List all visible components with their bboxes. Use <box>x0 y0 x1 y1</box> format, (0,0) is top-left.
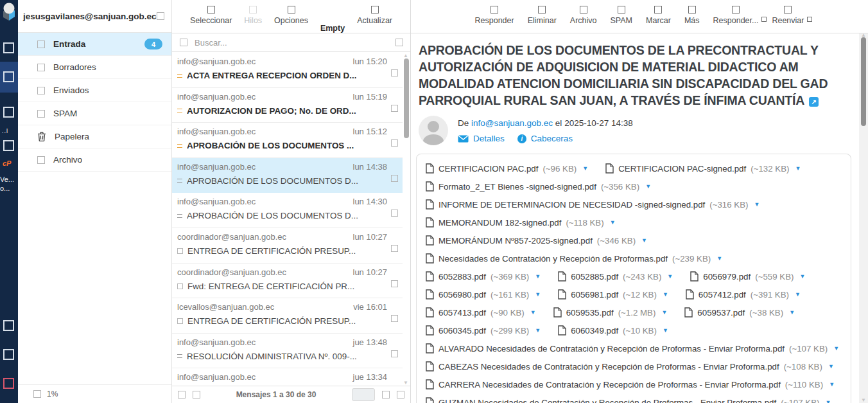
open-in-new-window-icon[interactable]: ↗ <box>809 97 819 107</box>
attachment-item[interactable]: Formato_2_ET Bienes -signed-signed.pdf (… <box>426 181 651 192</box>
attachment-item[interactable]: CABEZAS Necesidades de Contratación y Re… <box>426 361 834 372</box>
attachment-item[interactable]: 6059537.pdf (~38 KB) ▼ <box>684 307 795 318</box>
toolbar-button-seleccionar[interactable]: Seleccionar <box>190 4 232 33</box>
folder-borradores[interactable]: Borradores <box>18 56 171 79</box>
scroll-up-icon[interactable]: ▲ <box>403 53 408 58</box>
attachment-menu-caret-icon[interactable]: ▼ <box>640 237 647 244</box>
taskbar-icon-5[interactable] <box>3 349 14 360</box>
folder-archivo[interactable]: Archivo <box>18 148 171 172</box>
prev-page-icon[interactable] <box>382 391 390 399</box>
taskbar-icon-1[interactable] <box>3 42 14 53</box>
taskbar-icon-3[interactable] <box>3 140 14 151</box>
message-row[interactable]: coordinador@sanjuan.gob.ec lun 10:27 ENT… <box>172 228 403 264</box>
attachment-menu-caret-icon[interactable]: ▼ <box>660 309 667 316</box>
folder-papelera[interactable]: Papelera <box>18 125 171 148</box>
attachment-item[interactable]: ALVARADO Necesidades de Contratación y R… <box>426 343 839 354</box>
attachment-item[interactable]: GUZMAN Necesidades de Contratación y Rec… <box>426 397 831 403</box>
scroll-down-icon[interactable]: ▼ <box>403 380 408 386</box>
attachment-item[interactable]: 6059535.pdf (~1.2 MB) ▼ <box>553 307 668 318</box>
list-options-icon[interactable] <box>178 391 186 399</box>
attachment-menu-caret-icon[interactable]: ▼ <box>832 345 839 352</box>
message-row[interactable]: info@sanjuan.gob.ec lun 15:19 AUTORIZACI… <box>172 88 403 123</box>
toolbar-button-eliminar[interactable]: Eliminar <box>528 4 557 33</box>
details-toggle[interactable]: Detalles <box>458 134 505 143</box>
message-flag-checkbox[interactable] <box>391 175 398 182</box>
toolbar-button-marcar[interactable]: Marcar <box>646 4 671 33</box>
folder-entrada[interactable]: Entrada 4 <box>18 33 171 56</box>
search-icon[interactable] <box>180 39 187 46</box>
next-page-icon[interactable] <box>397 391 404 399</box>
attachment-item[interactable]: 6057412.pdf (~391 KB) ▼ <box>686 289 801 300</box>
attachment-menu-caret-icon[interactable]: ▼ <box>529 309 536 316</box>
toolbar-button-opciones[interactable]: Opciones <box>274 4 308 33</box>
attachment-item[interactable]: 6056980.pdf (~161 KB) ▼ <box>426 289 541 300</box>
headers-toggle[interactable]: i Cabeceras <box>517 134 573 143</box>
attachment-item[interactable]: 6060349.pdf (~10 KB) ▼ <box>558 325 668 336</box>
message-row[interactable]: info@sanjuan.gob.ec lun 15:12 APROBACIÓN… <box>172 123 403 158</box>
search-bar[interactable]: Buscar... <box>172 33 410 52</box>
toolbar-button-reenviar[interactable]: Reenviar <box>772 4 804 33</box>
folder-spam[interactable]: SPAM <box>18 102 171 125</box>
attachment-item[interactable]: MEMORÁNDUM Nº857-2025-signed.pdf (~346 K… <box>426 235 647 246</box>
reader-scrollbar[interactable]: ▲ ▼ <box>859 33 868 403</box>
search-options-icon[interactable] <box>395 39 403 46</box>
message-row[interactable]: info@sanjuan.gob.ec lun 15:20 ACTA ENTRE… <box>172 53 403 88</box>
message-row[interactable]: info@sanjuan.gob.ec lun 14:38 APROBACIÓN… <box>172 158 403 193</box>
toolbar-button-hilos[interactable]: Hilos <box>244 4 262 33</box>
reader-scrollbar-thumb[interactable] <box>861 37 866 126</box>
attachment-item[interactable]: INFORME DE DETERMINACION DE NECESIDAD -s… <box>426 199 759 210</box>
attachment-menu-caret-icon[interactable]: ▼ <box>581 165 588 172</box>
list-scrollbar[interactable]: ▲ ▼ <box>403 53 410 386</box>
attachment-menu-caret-icon[interactable]: ▼ <box>644 183 651 190</box>
attachment-menu-caret-icon[interactable]: ▼ <box>534 327 541 334</box>
taskbar-icon-2[interactable] <box>3 107 14 118</box>
attachment-menu-caret-icon[interactable]: ▼ <box>794 291 801 298</box>
taskbar-side-text[interactable]: Ve... o... <box>0 175 14 193</box>
toolbar-button-spam[interactable]: SPAM <box>611 4 633 33</box>
attachment-item[interactable]: Necesidades de Contratación y Recepción … <box>426 253 722 264</box>
message-row[interactable]: info@sanjuan.gob.ec jue 13:48 RESOLUCIÓN… <box>172 334 403 369</box>
attachment-menu-caret-icon[interactable]: ▼ <box>715 255 722 262</box>
attachment-item[interactable]: 6052885.pdf (~243 KB) ▼ <box>558 271 673 282</box>
attachment-menu-caret-icon[interactable]: ▼ <box>661 327 668 334</box>
toolbar-button-ms[interactable]: Más <box>684 4 700 33</box>
folder-enviados[interactable]: Enviados <box>18 79 171 102</box>
attachment-item[interactable]: 6052883.pdf (~369 KB) ▼ <box>426 271 541 282</box>
taskbar-icon-mail[interactable] <box>3 71 14 82</box>
reader-scroll-down-icon[interactable]: ▼ <box>861 397 866 403</box>
attachment-item[interactable]: 6056979.pdf (~559 KB) ▼ <box>690 271 805 282</box>
attachment-menu-caret-icon[interactable]: ▼ <box>824 399 831 403</box>
message-row[interactable]: info@sanjuan.gob.ec lun 14:30 APROBACIÓN… <box>172 193 403 228</box>
attachment-menu-caret-icon[interactable]: ▼ <box>753 201 760 208</box>
attachment-item[interactable]: CERTIFICACION PAC-signed.pdf (~132 KB) ▼ <box>605 163 801 174</box>
page-input[interactable] <box>352 388 375 401</box>
message-flag-checkbox[interactable] <box>391 139 398 147</box>
toolbar-button-archivo[interactable]: Archivo <box>570 4 597 33</box>
attachment-item[interactable]: 6060345.pdf (~299 KB) ▼ <box>426 325 541 336</box>
message-flag-checkbox[interactable] <box>391 210 398 217</box>
message-flag-checkbox[interactable] <box>391 69 398 76</box>
toolbar-button-responder[interactable]: Responder... <box>713 4 759 33</box>
cpanel-logo[interactable]: cP <box>3 159 11 167</box>
toolbar-button-actualizar[interactable]: Actualizar <box>357 4 392 33</box>
message-flag-checkbox[interactable] <box>391 350 398 357</box>
attachment-menu-caret-icon[interactable]: ▼ <box>827 363 834 370</box>
message-flag-checkbox[interactable] <box>391 245 398 252</box>
attachment-item[interactable]: MEMORANDUM 182-signed.pdf (~118 KB) ▼ <box>426 217 616 228</box>
message-flag-checkbox[interactable] <box>391 105 398 112</box>
attachment-menu-caret-icon[interactable]: ▼ <box>666 273 673 280</box>
collapse-panel-icon[interactable] <box>157 12 164 20</box>
toolbar-button-empty[interactable]: Empty <box>320 4 345 33</box>
message-row[interactable]: info@sanjuan.gob.ec jue 13:34 <box>172 368 403 386</box>
search-input[interactable]: Buscar... <box>195 38 388 48</box>
attachment-menu-caret-icon[interactable]: ▼ <box>534 273 541 280</box>
attachment-menu-caret-icon[interactable]: ▼ <box>794 165 801 172</box>
attachment-item[interactable]: CARRERA Necesidades de Contratación y Re… <box>426 379 835 390</box>
taskbar-icon-4[interactable] <box>3 320 14 331</box>
message-row[interactable]: lcevallos@sanjuan.gob.ec vie 16:01 ENTRE… <box>172 298 403 334</box>
attachment-menu-caret-icon[interactable]: ▼ <box>788 309 795 316</box>
attachment-menu-caret-icon[interactable]: ▼ <box>534 291 541 298</box>
list-settings-icon[interactable] <box>193 391 200 399</box>
message-row[interactable]: coordinador@sanjuan.gob.ec lun 10:27 Fwd… <box>172 264 403 299</box>
attachment-item[interactable]: CERTIFICACION PAC.pdf (~96 KB) ▼ <box>426 163 588 174</box>
